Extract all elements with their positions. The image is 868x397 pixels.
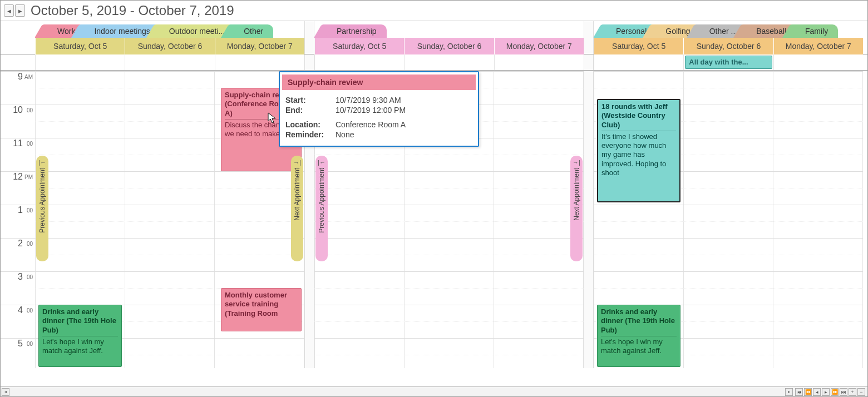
scroll-right-button[interactable]: ▸ <box>785 388 793 396</box>
allday-event-sunday[interactable]: All day with the... <box>685 56 772 69</box>
panel3-date-1[interactable]: Sunday, October 6 <box>683 38 773 54</box>
time-label-11: 11 <box>13 138 23 148</box>
panel1-allday-1[interactable] <box>125 54 214 70</box>
nav-prev-icon[interactable]: ◂ <box>813 388 821 396</box>
event-monthly-cs-training[interactable]: Monthly customer service training (Train… <box>221 288 302 331</box>
panel2-tabs: Partnership <box>314 21 584 38</box>
time-label-3: 3 <box>18 272 23 282</box>
prev-date-button[interactable]: ◂ <box>4 4 14 17</box>
time-label-12: 12 <box>13 172 23 182</box>
event-golf-18-rounds[interactable]: 18 rounds with Jeff (Westside Country Cl… <box>597 99 680 202</box>
panel2-date-1[interactable]: Sunday, October 6 <box>404 38 494 54</box>
arrow-left-start-icon: |← <box>38 159 46 166</box>
panel2-allday-2[interactable] <box>494 54 584 70</box>
header-bar: ◂ ▸ October 5, 2019 - October 7, 2019 <box>1 1 867 21</box>
panel3-grid[interactable]: 18 rounds with Jeff (Westside Country Cl… <box>594 71 863 368</box>
panel2-allday-0[interactable] <box>314 54 404 70</box>
nav-next-icon[interactable]: ▸ <box>822 388 830 396</box>
panel1-allday-2[interactable] <box>215 54 304 70</box>
event-title: Monthly customer service training (Train… <box>225 291 298 318</box>
calendar-app: ◂ ▸ October 5, 2019 - October 7, 2019 Wo… <box>0 0 868 397</box>
panel1-date-0[interactable]: Saturday, Oct 5 <box>35 38 125 54</box>
panel3-allday-2[interactable] <box>773 54 863 70</box>
nav-next-page-icon[interactable]: ⏩ <box>831 388 839 396</box>
tooltip-title: Supply-chain review <box>282 75 476 90</box>
bottom-bar: ◂ ▸ ⏮ ⏪ ◂ ▸ ⏩ ⏭ + − <box>1 386 867 396</box>
scroll-left-button[interactable]: ◂ <box>2 388 9 396</box>
date-range-title: October 5, 2019 - October 7, 2019 <box>31 3 234 18</box>
panel2-allday-1[interactable] <box>404 54 494 70</box>
time-label-5: 5 <box>18 339 23 349</box>
event-drinks-dinner-p1[interactable]: Drinks and early dinner (The 19th Hole P… <box>38 305 122 367</box>
tab-partnership[interactable]: Partnership <box>323 24 387 38</box>
next-date-button[interactable]: ▸ <box>15 4 25 17</box>
date-header-row: Saturday, Oct 5 Sunday, October 6 Monday… <box>1 38 867 54</box>
horizontal-scrollbar[interactable] <box>9 388 785 396</box>
zoom-out-icon[interactable]: − <box>857 388 865 396</box>
panel1-next-appointment[interactable]: →| Next Appointment <box>291 156 303 261</box>
time-label-10: 10 <box>13 105 23 115</box>
panel3-tabs: Personal Golfing Other ... Baseball Fami… <box>594 21 863 38</box>
panel1-tabs: Work Indoor meetings Outdoor meeti... Ot… <box>35 21 304 38</box>
zoom-controls: ⏮ ⏪ ◂ ▸ ⏩ ⏭ + − <box>795 388 865 396</box>
panel2-prev-appointment[interactable]: |← Previous Appointment <box>315 156 328 261</box>
event-desc: It's time I showed everyone how much my … <box>601 132 676 177</box>
panel2-next-appointment[interactable]: →| Next Appointment <box>570 156 583 261</box>
zoom-in-icon[interactable]: + <box>849 388 856 396</box>
panel1-allday-0[interactable] <box>35 54 125 70</box>
panel1-date-2[interactable]: Monday, October 7 <box>215 38 304 54</box>
panel3-allday-0[interactable] <box>594 54 683 70</box>
panel3-date-2[interactable]: Monday, October 7 <box>773 38 863 54</box>
tabs-row: Work Indoor meetings Outdoor meeti... Ot… <box>1 21 867 38</box>
arrow-right-end-icon: →| <box>293 159 301 166</box>
nav-first-icon[interactable]: ⏮ <box>795 388 803 396</box>
time-label-2: 2 <box>18 239 23 249</box>
allday-row: All day with the... <box>1 54 867 71</box>
tab-other[interactable]: Other <box>230 24 273 38</box>
date-nav-buttons: ◂ ▸ <box>4 4 25 17</box>
event-drinks-dinner-p3[interactable]: Drinks and early dinner (The 19th Hole P… <box>597 305 680 367</box>
tab-family[interactable]: Family <box>792 24 838 38</box>
time-label-9: 9 <box>18 72 23 82</box>
panel3-date-0[interactable]: Saturday, Oct 5 <box>594 38 683 54</box>
event-tooltip: Supply-chain review Start:10/7/2019 9:30… <box>279 71 479 147</box>
panel2-date-2[interactable]: Monday, October 7 <box>494 38 584 54</box>
panel1-date-1[interactable]: Sunday, October 6 <box>125 38 214 54</box>
event-title: 18 rounds with Jeff (Westside Country Cl… <box>601 102 676 130</box>
time-label-1: 1 <box>18 205 23 215</box>
panel3-allday-1[interactable]: All day with the... <box>683 54 773 70</box>
event-desc: Let's hope I win my match against Jeff. <box>42 338 118 356</box>
panel1-prev-appointment[interactable]: |← Previous Appointment <box>36 156 48 261</box>
event-title: Drinks and early dinner (The 19th Hole P… <box>42 307 118 335</box>
nav-last-icon[interactable]: ⏭ <box>840 388 847 396</box>
time-grid: 9AM 1000 1100 12PM 100 200 300 400 500 <box>1 71 867 368</box>
panel2-date-0[interactable]: Saturday, Oct 5 <box>314 38 404 54</box>
event-title: Drinks and early dinner (The 19th Hole P… <box>601 307 677 335</box>
arrow-left-start-icon: |← <box>318 159 326 166</box>
time-gutter: 9AM 1000 1100 12PM 100 200 300 400 500 <box>1 71 35 368</box>
event-desc: Let's hope I win my match against Jeff. <box>601 338 677 356</box>
nav-prev-page-icon[interactable]: ⏪ <box>804 388 812 396</box>
panel1-grid[interactable]: Supply-chain review (Conference Room A) … <box>35 71 304 368</box>
time-label-4: 4 <box>18 305 23 315</box>
arrow-right-end-icon: →| <box>573 159 580 166</box>
